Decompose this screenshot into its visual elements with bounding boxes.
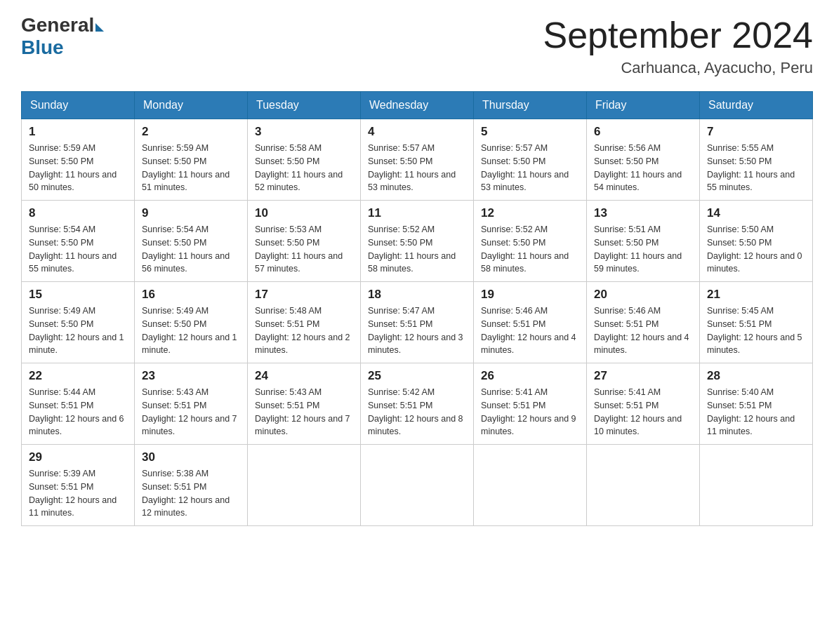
sunrise-label: Sunrise: 5:43 AM [142,387,208,397]
day-header-monday: Monday [135,92,248,119]
day-number: 6 [594,125,692,139]
month-title: September 2024 [543,14,814,56]
day-number: 24 [255,369,353,383]
day-header-sunday: Sunday [22,92,135,119]
sunset-label: Sunset: 5:51 PM [142,482,206,492]
sunrise-label: Sunrise: 5:51 AM [594,224,661,234]
location-title: Carhuanca, Ayacucho, Peru [543,59,814,77]
sunrise-label: Sunrise: 5:43 AM [255,387,322,397]
daylight-label: Daylight: 12 hours and 2 minutes. [255,333,350,356]
day-number: 11 [368,206,466,220]
calendar-cell: 24 Sunrise: 5:43 AM Sunset: 5:51 PM Dayl… [248,363,361,445]
logo-word-blue: Blue [21,36,64,59]
sunset-label: Sunset: 5:51 PM [255,401,319,410]
day-info: Sunrise: 5:49 AM Sunset: 5:50 PM Dayligh… [29,304,127,357]
daylight-label: Daylight: 11 hours and 58 minutes. [368,251,456,274]
sunset-label: Sunset: 5:50 PM [29,319,93,329]
sunrise-label: Sunrise: 5:48 AM [255,306,322,316]
day-number: 4 [368,125,466,139]
day-info: Sunrise: 5:43 AM Sunset: 5:51 PM Dayligh… [255,386,353,438]
day-number: 12 [481,206,579,220]
day-number: 14 [707,206,805,220]
sunrise-label: Sunrise: 5:42 AM [368,387,435,397]
daylight-label: Daylight: 12 hours and 12 minutes. [142,495,230,518]
day-info: Sunrise: 5:42 AM Sunset: 5:51 PM Dayligh… [368,386,466,438]
daylight-label: Daylight: 11 hours and 58 minutes. [481,251,569,274]
calendar-cell: 14 Sunrise: 5:50 AM Sunset: 5:50 PM Dayl… [700,201,813,282]
sunrise-label: Sunrise: 5:59 AM [29,143,95,153]
calendar-cell [587,445,700,526]
calendar-cell: 10 Sunrise: 5:53 AM Sunset: 5:50 PM Dayl… [248,201,361,282]
calendar-cell: 19 Sunrise: 5:46 AM Sunset: 5:51 PM Dayl… [474,282,587,363]
sunset-label: Sunset: 5:50 PM [481,238,545,248]
calendar-cell: 17 Sunrise: 5:48 AM Sunset: 5:51 PM Dayl… [248,282,361,363]
sunrise-label: Sunrise: 5:55 AM [707,143,774,153]
sunrise-label: Sunrise: 5:41 AM [594,387,661,397]
sunset-label: Sunset: 5:51 PM [594,319,658,329]
calendar-cell: 2 Sunrise: 5:59 AM Sunset: 5:50 PM Dayli… [135,119,248,201]
sunrise-label: Sunrise: 5:54 AM [29,224,95,234]
day-number: 25 [368,369,466,383]
sunrise-label: Sunrise: 5:52 AM [368,224,435,234]
daylight-label: Daylight: 11 hours and 53 minutes. [368,170,456,193]
sunrise-label: Sunrise: 5:57 AM [481,143,548,153]
day-number: 19 [481,288,579,302]
day-info: Sunrise: 5:56 AM Sunset: 5:50 PM Dayligh… [594,142,692,194]
sunset-label: Sunset: 5:50 PM [142,156,206,166]
calendar-cell: 13 Sunrise: 5:51 AM Sunset: 5:50 PM Dayl… [587,201,700,282]
daylight-label: Daylight: 11 hours and 55 minutes. [29,251,117,274]
day-info: Sunrise: 5:50 AM Sunset: 5:50 PM Dayligh… [707,223,805,276]
calendar-cell [361,445,474,526]
day-number: 18 [368,288,466,302]
day-info: Sunrise: 5:53 AM Sunset: 5:50 PM Dayligh… [255,223,353,276]
day-info: Sunrise: 5:49 AM Sunset: 5:50 PM Dayligh… [142,304,240,357]
calendar-cell: 25 Sunrise: 5:42 AM Sunset: 5:51 PM Dayl… [361,363,474,445]
sunrise-label: Sunrise: 5:57 AM [368,143,435,153]
day-info: Sunrise: 5:54 AM Sunset: 5:50 PM Dayligh… [29,223,127,276]
day-number: 2 [142,125,240,139]
week-row-2: 8 Sunrise: 5:54 AM Sunset: 5:50 PM Dayli… [22,201,813,282]
daylight-label: Daylight: 11 hours and 50 minutes. [29,170,117,193]
logo: General Blue [21,14,104,59]
day-number: 15 [29,288,127,302]
day-number: 30 [142,450,240,464]
day-number: 29 [29,450,127,464]
calendar-header-row: SundayMondayTuesdayWednesdayThursdayFrid… [22,92,813,119]
day-info: Sunrise: 5:44 AM Sunset: 5:51 PM Dayligh… [29,386,127,438]
day-info: Sunrise: 5:46 AM Sunset: 5:51 PM Dayligh… [594,304,692,357]
calendar-cell: 23 Sunrise: 5:43 AM Sunset: 5:51 PM Dayl… [135,363,248,445]
day-number: 26 [481,369,579,383]
day-info: Sunrise: 5:47 AM Sunset: 5:51 PM Dayligh… [368,304,466,357]
calendar-cell: 28 Sunrise: 5:40 AM Sunset: 5:51 PM Dayl… [700,363,813,445]
calendar-cell [700,445,813,526]
calendar-cell: 29 Sunrise: 5:39 AM Sunset: 5:51 PM Dayl… [22,445,135,526]
sunset-label: Sunset: 5:51 PM [29,401,93,410]
sunrise-label: Sunrise: 5:46 AM [594,306,661,316]
sunset-label: Sunset: 5:50 PM [29,156,93,166]
day-number: 23 [142,369,240,383]
calendar-cell: 9 Sunrise: 5:54 AM Sunset: 5:50 PM Dayli… [135,201,248,282]
sunset-label: Sunset: 5:51 PM [594,401,658,410]
daylight-label: Daylight: 12 hours and 7 minutes. [255,414,350,437]
daylight-label: Daylight: 11 hours and 53 minutes. [481,170,569,193]
sunset-label: Sunset: 5:50 PM [142,238,206,248]
sunrise-label: Sunrise: 5:52 AM [481,224,548,234]
calendar-cell [248,445,361,526]
day-info: Sunrise: 5:51 AM Sunset: 5:50 PM Dayligh… [594,223,692,276]
title-section: September 2024 Carhuanca, Ayacucho, Peru [543,14,814,77]
sunset-label: Sunset: 5:50 PM [255,238,319,248]
page-header: General Blue September 2024 Carhuanca, A… [21,14,813,77]
day-info: Sunrise: 5:55 AM Sunset: 5:50 PM Dayligh… [707,142,805,194]
day-number: 28 [707,369,805,383]
daylight-label: Daylight: 11 hours and 59 minutes. [594,251,682,274]
day-number: 20 [594,288,692,302]
day-number: 21 [707,288,805,302]
sunrise-label: Sunrise: 5:44 AM [29,387,95,397]
calendar-cell: 4 Sunrise: 5:57 AM Sunset: 5:50 PM Dayli… [361,119,474,201]
daylight-label: Daylight: 11 hours and 54 minutes. [594,170,682,193]
day-number: 8 [29,206,127,220]
sunset-label: Sunset: 5:51 PM [707,319,772,329]
calendar-cell: 6 Sunrise: 5:56 AM Sunset: 5:50 PM Dayli… [587,119,700,201]
day-info: Sunrise: 5:39 AM Sunset: 5:51 PM Dayligh… [29,467,127,520]
day-info: Sunrise: 5:54 AM Sunset: 5:50 PM Dayligh… [142,223,240,276]
